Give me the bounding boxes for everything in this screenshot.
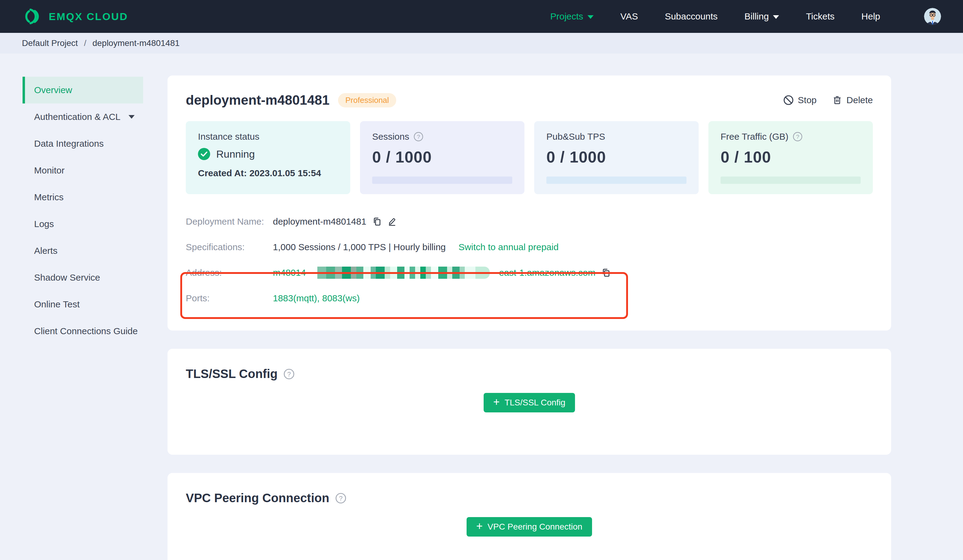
sidebar-item-authentication-acl[interactable]: Authentication & ACL bbox=[23, 104, 143, 130]
check-circle-icon bbox=[198, 148, 210, 160]
deployment-overview-card: deployment-m4801481 Professional Stop bbox=[167, 76, 891, 330]
sidebar-item-alerts[interactable]: Alerts bbox=[23, 237, 143, 264]
deployment-title: deployment-m4801481 bbox=[186, 92, 329, 108]
sidebar-item-shadow-service[interactable]: Shadow Service bbox=[23, 264, 143, 291]
nav-item-vas[interactable]: VAS bbox=[620, 11, 638, 22]
brand-name: EMQX CLOUD bbox=[49, 11, 128, 23]
ports-row: Ports: 1883(mqtt), 8083(ws) bbox=[186, 285, 873, 311]
sidebar-item-client-connections-guide[interactable]: Client Connections Guide bbox=[23, 318, 143, 345]
caret-down-icon bbox=[773, 15, 779, 19]
plus-icon: + bbox=[493, 397, 500, 408]
traffic-progress-bar bbox=[721, 176, 861, 184]
tls-ssl-config-card: TLS/SSL Config ? + TLS/SSL Config bbox=[167, 349, 891, 455]
stat-card-sessions: Sessions ? 0 / 1000 bbox=[360, 121, 524, 194]
stat-value: 0 / 100 bbox=[721, 148, 861, 166]
breadcrumb-current: deployment-m4801481 bbox=[92, 38, 179, 48]
plan-badge: Professional bbox=[338, 93, 396, 107]
sidebar: Overview Authentication & ACL Data Integ… bbox=[0, 53, 156, 345]
specifications-row: Specifications: 1,000 Sessions / 1,000 T… bbox=[186, 234, 873, 260]
stop-icon bbox=[783, 95, 794, 105]
sidebar-item-monitor[interactable]: Monitor bbox=[23, 157, 143, 184]
switch-annual-prepaid-link[interactable]: Switch to annual prepaid bbox=[459, 242, 559, 252]
main-content: deployment-m4801481 Professional Stop bbox=[167, 76, 891, 560]
deployment-name-row: Deployment Name: deployment-m4801481 bbox=[186, 209, 873, 234]
address-prefix: m48014 bbox=[273, 267, 306, 278]
stat-label: Sessions bbox=[372, 131, 409, 142]
stat-card-free-traffic: Free Traffic (GB) ? 0 / 100 bbox=[708, 121, 873, 194]
edit-pencil-icon[interactable] bbox=[387, 217, 397, 227]
help-icon[interactable]: ? bbox=[413, 132, 423, 141]
delete-button[interactable]: Delete bbox=[832, 95, 873, 105]
copy-icon[interactable] bbox=[372, 217, 382, 227]
breadcrumb-project[interactable]: Default Project bbox=[22, 38, 78, 48]
sidebar-item-data-integrations[interactable]: Data Integrations bbox=[23, 130, 143, 157]
breadcrumb-separator: / bbox=[84, 38, 86, 48]
redacted-address-segment bbox=[312, 267, 490, 279]
caret-down-icon bbox=[128, 115, 135, 119]
created-at: Created At: 2023.01.05 15:54 bbox=[198, 168, 338, 178]
vpc-section-title: VPC Peering Connection bbox=[186, 491, 329, 505]
stat-value: 0 / 1000 bbox=[546, 148, 686, 166]
nav-item-tickets[interactable]: Tickets bbox=[806, 11, 835, 22]
stop-button[interactable]: Stop bbox=[783, 95, 817, 105]
status-text: Running bbox=[216, 148, 255, 160]
add-vpc-peering-button[interactable]: + VPC Peering Connection bbox=[467, 517, 592, 537]
sidebar-item-logs[interactable]: Logs bbox=[23, 210, 143, 237]
tls-section-title: TLS/SSL Config bbox=[186, 367, 277, 381]
sidebar-item-online-test[interactable]: Online Test bbox=[23, 291, 143, 318]
specifications-value: 1,000 Sessions / 1,000 TPS | Hourly bill… bbox=[273, 242, 446, 252]
specifications-label: Specifications: bbox=[186, 242, 273, 252]
tps-progress-bar bbox=[546, 176, 686, 184]
plus-icon: + bbox=[476, 521, 483, 532]
deployment-name-label: Deployment Name: bbox=[186, 216, 273, 227]
stat-label: Free Traffic (GB) bbox=[721, 131, 788, 142]
stat-cards: Instance status Running Created At: 2023… bbox=[186, 121, 873, 194]
trash-icon bbox=[832, 95, 842, 105]
stat-value: 0 / 1000 bbox=[372, 148, 512, 166]
caret-down-icon bbox=[587, 15, 593, 19]
user-avatar[interactable] bbox=[924, 8, 941, 25]
deployment-details: Deployment Name: deployment-m4801481 bbox=[186, 209, 873, 311]
sessions-progress-bar bbox=[372, 176, 512, 184]
stat-label: Instance status bbox=[198, 131, 259, 142]
ports-value: 1883(mqtt), 8083(ws) bbox=[273, 293, 360, 303]
stat-label: Pub&Sub TPS bbox=[546, 131, 605, 142]
add-tls-ssl-config-button[interactable]: + TLS/SSL Config bbox=[484, 393, 575, 413]
emqx-logo-icon bbox=[22, 7, 41, 26]
svg-text:?: ? bbox=[287, 371, 291, 378]
help-icon[interactable]: ? bbox=[793, 132, 802, 141]
stat-card-pubsub-tps: Pub&Sub TPS 0 / 1000 bbox=[534, 121, 699, 194]
brand[interactable]: EMQX CLOUD bbox=[22, 7, 128, 26]
address-label: Address: bbox=[186, 267, 273, 278]
nav-item-subaccounts[interactable]: Subaccounts bbox=[665, 11, 718, 22]
address-suffix: -east-1.amazonaws.com bbox=[496, 267, 595, 278]
sidebar-item-overview[interactable]: Overview bbox=[23, 77, 143, 104]
svg-text:?: ? bbox=[339, 495, 343, 502]
top-navbar: EMQX CLOUD Projects VAS Subaccounts Bill… bbox=[0, 0, 963, 33]
nav-item-billing[interactable]: Billing bbox=[744, 11, 779, 22]
svg-text:?: ? bbox=[796, 134, 799, 140]
ports-label: Ports: bbox=[186, 293, 273, 303]
address-row: Address: m48014-east-1.amazonaws.com bbox=[186, 260, 873, 285]
breadcrumb: Default Project / deployment-m4801481 bbox=[0, 33, 963, 53]
nav-item-help[interactable]: Help bbox=[861, 11, 880, 22]
help-icon[interactable]: ? bbox=[284, 369, 295, 380]
help-icon[interactable]: ? bbox=[335, 493, 346, 504]
deployment-name-value: deployment-m4801481 bbox=[273, 216, 366, 227]
nav-menu: Projects VAS Subaccounts Billing Tickets… bbox=[550, 11, 880, 22]
stat-card-instance-status: Instance status Running Created At: 2023… bbox=[186, 121, 350, 194]
nav-item-projects[interactable]: Projects bbox=[550, 11, 593, 22]
svg-text:?: ? bbox=[417, 134, 420, 140]
vpc-peering-card: VPC Peering Connection ? + VPC Peering C… bbox=[167, 473, 891, 560]
sidebar-item-metrics[interactable]: Metrics bbox=[23, 184, 143, 210]
copy-icon[interactable] bbox=[601, 268, 611, 278]
